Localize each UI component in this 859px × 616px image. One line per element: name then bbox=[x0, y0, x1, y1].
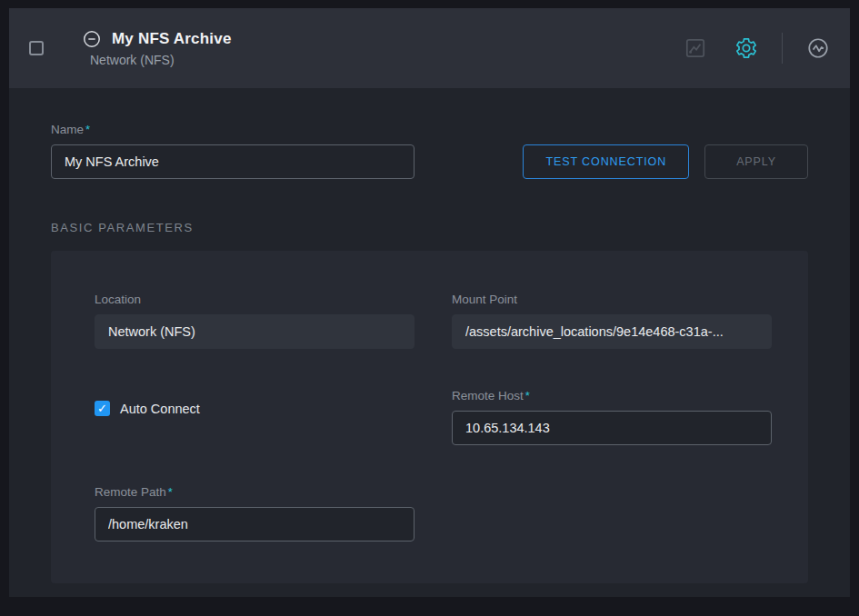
check-icon: ✓ bbox=[97, 402, 107, 415]
mount-point-field: Mount Point bbox=[452, 293, 772, 349]
basic-parameters-panel: Location Mount Point ✓ Auto Connect Remo… bbox=[51, 251, 808, 583]
name-label: Name* bbox=[51, 123, 808, 136]
name-input[interactable] bbox=[51, 144, 415, 179]
remote-path-label: Remote Path* bbox=[95, 485, 415, 499]
settings-gear-icon[interactable] bbox=[734, 36, 758, 60]
name-row: TEST CONNECTION APPLY bbox=[51, 144, 808, 179]
remote-path-field: Remote Path* bbox=[95, 485, 415, 541]
location-field: Location bbox=[95, 293, 415, 349]
remote-host-field: Remote Host* bbox=[452, 389, 772, 445]
basic-parameters-heading: BASIC PARAMETERS bbox=[51, 221, 808, 234]
activity-pulse-circle-icon[interactable] bbox=[806, 36, 830, 60]
card-subtitle: Network (NFS) bbox=[90, 53, 232, 67]
location-input[interactable] bbox=[95, 314, 415, 349]
mount-point-input[interactable] bbox=[452, 314, 772, 349]
remote-path-input[interactable] bbox=[95, 507, 415, 541]
page-title: My NFS Archive bbox=[112, 30, 232, 48]
card-header: My NFS Archive Network (NFS) bbox=[9, 8, 850, 88]
test-connection-button[interactable]: TEST CONNECTION bbox=[523, 144, 689, 179]
auto-connect-checkbox-row[interactable]: ✓ Auto Connect bbox=[95, 401, 415, 416]
empty-cell bbox=[452, 485, 772, 541]
select-checkbox[interactable] bbox=[29, 41, 44, 55]
required-asterisk: * bbox=[525, 389, 530, 402]
collapse-minus-circle-icon[interactable] bbox=[82, 29, 102, 49]
required-asterisk: * bbox=[168, 485, 173, 499]
title-block: My NFS Archive Network (NFS) bbox=[82, 29, 232, 67]
auto-connect-label: Auto Connect bbox=[120, 402, 200, 416]
required-asterisk: * bbox=[85, 123, 90, 136]
location-label: Location bbox=[95, 293, 415, 306]
apply-button[interactable]: APPLY bbox=[704, 144, 808, 179]
header-divider bbox=[782, 33, 783, 64]
card-body: Name* TEST CONNECTION APPLY BASIC PARAME… bbox=[9, 88, 850, 597]
remote-host-input[interactable] bbox=[452, 411, 772, 445]
statistics-chart-icon[interactable] bbox=[684, 36, 707, 60]
archive-location-card: My NFS Archive Network (NFS) bbox=[9, 8, 850, 597]
mount-point-label: Mount Point bbox=[452, 293, 772, 306]
remote-host-label: Remote Host* bbox=[452, 389, 772, 402]
auto-connect-checkbox[interactable]: ✓ bbox=[95, 401, 110, 416]
